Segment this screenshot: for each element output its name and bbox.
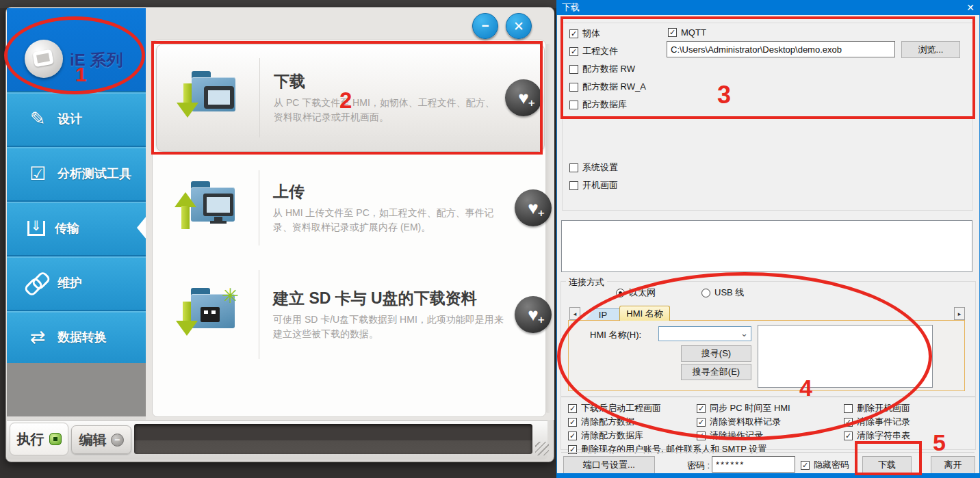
checkbox-box[interactable]: ✓: [569, 29, 578, 38]
sidebar-item-data-convert[interactable]: ⇄ 数据转换: [7, 310, 146, 363]
tab-scroll-right-icon[interactable]: ▸: [954, 307, 965, 320]
checklist-icon: ☑: [26, 163, 49, 184]
delete-startup-screen-checkbox[interactable]: 删除开机画面: [844, 402, 910, 414]
checkbox-label: MQTT: [681, 27, 706, 38]
sidebar-item-transfer[interactable]: ⇓ 传输: [7, 200, 146, 255]
hide-password-checkbox[interactable]: ✓ 隐藏密码: [801, 459, 849, 471]
checkbox-box[interactable]: ✓: [801, 461, 810, 470]
hmi-result-listbox[interactable]: [758, 325, 933, 388]
sidebar-item-label: 分析测试工具: [57, 165, 131, 182]
clear-sampling-records-checkbox[interactable]: ✓ 清除资料取样记录: [697, 416, 781, 428]
recipe-rwa-checkbox[interactable]: 配方数据 RW_A: [569, 81, 646, 93]
checkbox-box[interactable]: ✓: [568, 404, 577, 413]
dialog-close-icon[interactable]: ✕: [961, 0, 980, 15]
hmi-name-input[interactable]: [660, 328, 737, 340]
ethernet-radio[interactable]: 以太网: [616, 287, 656, 299]
upload-folder-icon: [175, 176, 240, 240]
checkbox-box[interactable]: ✓: [844, 431, 853, 440]
sidebar-item-maintenance[interactable]: 维护: [7, 255, 146, 310]
radio-button[interactable]: [701, 289, 710, 297]
edit-button[interactable]: 编辑 −: [71, 425, 131, 454]
sidebar-item-design[interactable]: ✎ 设计: [7, 91, 146, 146]
hmi-name-label: HMI 名称(H):: [590, 329, 641, 341]
run-button[interactable]: 执行: [10, 423, 68, 455]
radio-button[interactable]: [616, 289, 625, 297]
clear-recipe-data-checkbox[interactable]: ✓ 清除配方数据: [568, 416, 634, 428]
project-file-checkbox[interactable]: ✓ 工程文件: [569, 45, 618, 57]
card-title: 上传: [273, 182, 509, 202]
sidebar-item-label: 数据转换: [57, 329, 107, 345]
checkbox-box[interactable]: ✓: [697, 431, 706, 440]
checkbox-box[interactable]: [569, 101, 578, 109]
tab-hmi-name[interactable]: HMI 名称: [619, 306, 670, 321]
favorite-add-button[interactable]: ♥ ＋: [515, 296, 552, 333]
system-settings-checkbox[interactable]: 系统设置: [569, 161, 618, 174]
card-upload[interactable]: 上传 从 HMI 上传文件至 PC，如工程文件、配方、事件记录、资料取样记录或扩…: [156, 164, 545, 252]
checkbox-label: 配方数据 RW_A: [582, 81, 646, 93]
plus-icon: ＋: [536, 207, 546, 220]
checkbox-box[interactable]: ✓: [568, 431, 577, 440]
checkbox-label: 清除事件记录: [857, 416, 910, 428]
checkbox-box[interactable]: [844, 404, 853, 413]
hmi-name-combobox[interactable]: ⌄: [658, 326, 751, 341]
recipe-rw-checkbox[interactable]: 配方数据 RW: [569, 63, 635, 75]
mqtt-checkbox[interactable]: ✓ MQTT: [668, 27, 706, 38]
checkbox-box[interactable]: [569, 181, 578, 190]
clear-string-table-checkbox[interactable]: ✓ 清除字符串表: [844, 429, 910, 442]
checkbox-label: 韧体: [582, 27, 600, 40]
checkbox-box[interactable]: ✓: [697, 418, 706, 427]
resize-grip-icon[interactable]: [535, 442, 549, 455]
checkbox-label: 配方数据 RW: [582, 63, 635, 75]
selected-item-arrow: [137, 216, 146, 239]
run-label: 执行: [17, 430, 44, 449]
data-convert-icon: ⇄: [26, 327, 49, 347]
download-button[interactable]: 下载: [862, 456, 912, 474]
usb-radio[interactable]: USB 线: [701, 287, 744, 299]
clear-event-log-checkbox[interactable]: ✓ 清除事件记录: [844, 416, 910, 428]
sync-pc-time-checkbox[interactable]: ✓ 同步 PC 时间至 HMI: [697, 402, 790, 414]
minimize-button[interactable]: −: [472, 13, 498, 39]
checkbox-box[interactable]: ✓: [568, 418, 577, 427]
download-folder-icon: [175, 66, 241, 130]
password-label: 密码 :: [687, 460, 710, 472]
delete-accounts-smtp-checkbox[interactable]: ✓ 删除现存的用户账号, 邮件联系人和 SMTP 设置: [568, 443, 766, 455]
sidebar-item-analysis-tools[interactable]: ☑ 分析测试工具: [7, 146, 146, 200]
firmware-checkbox[interactable]: ✓ 韧体: [569, 27, 600, 40]
scrollbar[interactable]: [545, 44, 551, 413]
chain-link-icon: [26, 273, 49, 293]
clear-operation-log-checkbox[interactable]: ✓ 清除操作记录: [697, 429, 763, 442]
port-settings-button[interactable]: 端口号设置...: [563, 456, 655, 474]
checkbox-box[interactable]: ✓: [844, 418, 853, 427]
checkbox-box[interactable]: [569, 65, 578, 74]
dialog-title: 下载: [562, 1, 580, 14]
checkbox-label: 清除操作记录: [710, 429, 763, 442]
exit-button[interactable]: 离开: [931, 456, 975, 474]
checkbox-box[interactable]: ✓: [668, 28, 677, 37]
favorite-add-button[interactable]: ♥ ＋: [515, 189, 552, 226]
card-download[interactable]: 下载 从 PC 下载文件至 HMI，如韧体、工程文件、配方、资料取样记录或开机画…: [156, 44, 545, 152]
message-listbox[interactable]: [561, 220, 972, 272]
run-project-after-download-checkbox[interactable]: ✓ 下载后启动工程画面: [568, 402, 661, 414]
project-file-path-input[interactable]: [667, 41, 895, 57]
favorite-add-button[interactable]: ♥ ＋: [505, 79, 542, 116]
close-button[interactable]: ✕: [506, 13, 532, 39]
search-all-button[interactable]: 搜寻全部(E): [681, 364, 751, 380]
checkbox-box[interactable]: [569, 83, 578, 92]
tab-label: HMI 名称: [626, 308, 662, 320]
clear-recipe-db-checkbox[interactable]: ✓ 清除配方数据库: [568, 429, 643, 442]
edit-label: 编辑: [79, 431, 107, 449]
password-input[interactable]: [712, 456, 795, 473]
checkbox-box[interactable]: ✓: [569, 47, 578, 56]
tab-scroll-left-icon[interactable]: ◂: [569, 307, 580, 320]
checkbox-label: 隐藏密码: [814, 459, 849, 471]
checkbox-box[interactable]: [569, 163, 578, 172]
checkbox-box[interactable]: ✓: [697, 404, 706, 413]
startup-screen-checkbox[interactable]: 开机画面: [569, 179, 618, 191]
status-log-area: [134, 424, 532, 454]
dialog-titlebar[interactable]: 下载: [556, 0, 980, 15]
recipe-db-checkbox[interactable]: 配方数据库: [569, 98, 627, 111]
search-button[interactable]: 搜寻(S): [681, 345, 751, 362]
sidebar-brand[interactable]: iE 系列: [7, 8, 146, 91]
browse-button[interactable]: 浏览...: [901, 41, 960, 58]
card-sd-usb[interactable]: ✳ 建立 SD 卡与 U盘的下载资料 可使用 SD 卡/U盘下载数据到 HMI，…: [156, 263, 545, 366]
